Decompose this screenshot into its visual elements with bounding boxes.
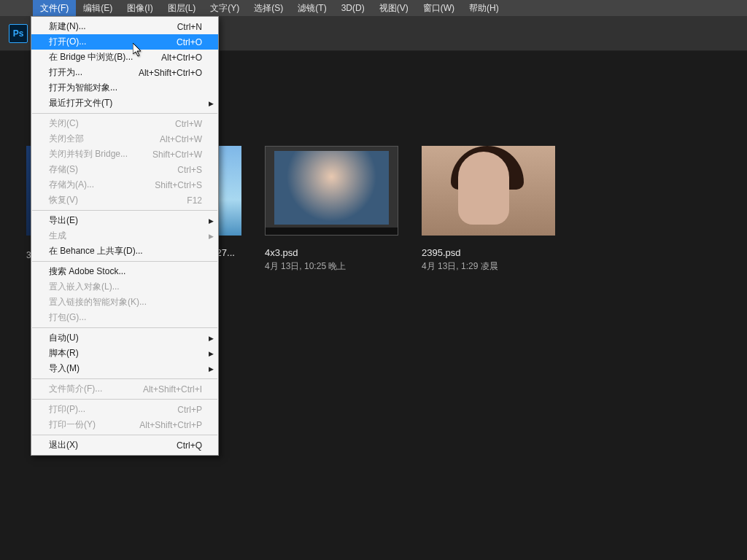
menu-item: 关闭并转到 Bridge...Shift+Ctrl+W	[31, 147, 218, 162]
menu-item: 文件简介(F)...Alt+Shift+Ctrl+I	[31, 381, 218, 397]
menu-item[interactable]: 导入(M)▶	[31, 361, 218, 376]
submenu-arrow-icon: ▶	[209, 233, 214, 240]
menu-item[interactable]: 退出(X)Ctrl+Q	[31, 438, 218, 453]
menu-item: 关闭全部Alt+Ctrl+W	[31, 131, 218, 147]
menu-item-label: 关闭并转到 Bridge...	[49, 148, 152, 160]
menu-item: 关闭(C)Ctrl+W	[31, 116, 218, 131]
menu-layer[interactable]: 图层(L)	[160, 0, 204, 17]
menu-item-shortcut: Alt+Ctrl+O	[161, 52, 202, 63]
menu-item: 打包(G)...	[31, 310, 218, 325]
menu-item-label: 在 Behance 上共享(D)...	[49, 245, 202, 257]
submenu-arrow-icon: ▶	[209, 100, 214, 107]
thumbnail-title: 4x3.psd	[265, 247, 398, 258]
menu-item-label: 新建(N)...	[49, 20, 177, 33]
thumbnail-date: 4月 13日, 1:29 凌晨	[422, 260, 555, 273]
menu-item-label: 在 Bridge 中浏览(B)...	[49, 51, 161, 63]
menubar: 文件(F) 编辑(E) 图像(I) 图层(L) 文字(Y) 选择(S) 滤镜(T…	[0, 0, 747, 16]
menu-item: 存储为(A)...Shift+Ctrl+S	[31, 177, 218, 192]
menu-item: 存储(S)Ctrl+S	[31, 162, 218, 177]
menu-select[interactable]: 选择(S)	[247, 0, 290, 17]
menu-item[interactable]: 在 Behance 上共享(D)...	[31, 244, 218, 259]
menu-separator	[32, 435, 217, 435]
menu-item: 置入嵌入对象(L)...	[31, 279, 218, 295]
menu-item-label: 打包(G)...	[49, 311, 202, 324]
menu-item-label: 打开(O)...	[49, 36, 177, 48]
thumbnail-title: 2395.psd	[422, 247, 555, 258]
menu-image[interactable]: 图像(I)	[120, 0, 160, 17]
menu-item[interactable]: 自动(U)▶	[31, 330, 218, 346]
menu-item-label: 文件简介(F)...	[49, 383, 143, 395]
menu-item[interactable]: 在 Bridge 中浏览(B)...Alt+Ctrl+O	[31, 50, 218, 65]
menu-type[interactable]: 文字(Y)	[203, 0, 247, 17]
menu-item-shortcut: Ctrl+P	[177, 405, 202, 415]
menu-item-label: 关闭全部	[49, 133, 160, 145]
menu-item: 恢复(V)F12	[31, 192, 218, 208]
menu-item-shortcut: Alt+Ctrl+W	[160, 134, 202, 144]
menu-separator	[32, 378, 217, 379]
menu-item-label: 自动(U)	[49, 332, 202, 344]
menu-item-label: 打印(P)...	[49, 403, 177, 416]
recent-file-card[interactable]: 2395.psd 4月 13日, 1:29 凌晨	[422, 146, 555, 273]
submenu-arrow-icon: ▶	[209, 217, 214, 225]
submenu-arrow-icon: ▶	[209, 335, 214, 342]
menu-item-label: 脚本(R)	[49, 347, 202, 359]
menu-item[interactable]: 搜索 Adobe Stock...	[31, 264, 218, 279]
menu-item[interactable]: 打开为智能对象...	[31, 80, 218, 96]
thumbnail-image	[422, 146, 555, 236]
app-logo-icon: Ps	[9, 24, 28, 43]
menu-item-label: 退出(X)	[49, 439, 177, 451]
menu-item-shortcut: F12	[187, 195, 202, 206]
menu-item: 生成▶	[31, 228, 218, 244]
menu-item-shortcut: Shift+Ctrl+W	[152, 149, 202, 160]
menu-item-shortcut: Alt+Shift+Ctrl+O	[139, 68, 202, 78]
menu-item-label: 置入嵌入对象(L)...	[49, 281, 202, 293]
menu-item[interactable]: 新建(N)...Ctrl+N	[31, 19, 218, 34]
menu-file[interactable]: 文件(F)	[33, 0, 76, 17]
submenu-arrow-icon: ▶	[209, 365, 214, 373]
recent-file-card[interactable]: 4x3.psd 4月 13日, 10:25 晚上	[265, 146, 398, 273]
menu-separator	[32, 113, 217, 114]
menu-separator	[32, 327, 217, 328]
menu-item-shortcut: Ctrl+S	[177, 165, 202, 175]
menu-item-label: 生成	[49, 230, 202, 242]
menu-view[interactable]: 视图(V)	[372, 0, 416, 17]
menu-item-shortcut: Ctrl+N	[177, 22, 202, 32]
menu-item[interactable]: 打开为...Alt+Shift+Ctrl+O	[31, 65, 218, 80]
menu-item-shortcut: Alt+Shift+Ctrl+P	[139, 420, 202, 430]
menu-item-label: 搜索 Adobe Stock...	[49, 265, 202, 278]
menu-item-label: 导入(M)	[49, 362, 202, 375]
menu-item-shortcut: Alt+Shift+Ctrl+I	[143, 384, 202, 394]
menu-item-shortcut: Shift+Ctrl+S	[155, 180, 202, 190]
menu-item-label: 导出(E)	[49, 214, 202, 227]
menu-filter[interactable]: 滤镜(T)	[290, 0, 333, 17]
menu-item-label: 存储(S)	[49, 163, 177, 176]
menu-item-shortcut: Ctrl+Q	[177, 440, 202, 451]
menu-item-label: 打开为智能对象...	[49, 82, 202, 94]
menu-item-label: 存储为(A)...	[49, 179, 155, 191]
menu-3d[interactable]: 3D(D)	[334, 1, 372, 15]
thumbnail-image	[265, 146, 398, 236]
menu-item-label: 关闭(C)	[49, 117, 175, 130]
menu-separator	[32, 210, 217, 211]
menu-item-shortcut: Ctrl+W	[175, 119, 202, 129]
menu-item-label: 打印一份(Y)	[49, 419, 139, 431]
menu-item-shortcut: Ctrl+O	[177, 37, 202, 47]
menu-item: 置入链接的智能对象(K)...	[31, 295, 218, 310]
menu-item[interactable]: 最近打开文件(T)▶	[31, 96, 218, 111]
file-menu-dropdown: 新建(N)...Ctrl+N打开(O)...Ctrl+O在 Bridge 中浏览…	[31, 16, 219, 456]
submenu-arrow-icon: ▶	[209, 350, 214, 357]
menu-item: 打印(P)...Ctrl+P	[31, 402, 218, 417]
menu-item[interactable]: 导出(E)▶	[31, 213, 218, 228]
menu-help[interactable]: 帮助(H)	[462, 0, 506, 17]
menu-separator	[32, 399, 217, 400]
thumbnail-date: 4月 13日, 10:25 晚上	[265, 260, 398, 273]
menu-item: 打印一份(Y)Alt+Shift+Ctrl+P	[31, 417, 218, 432]
menu-item-label: 打开为...	[49, 66, 139, 79]
menu-item-label: 恢复(V)	[49, 194, 187, 206]
menu-separator	[32, 261, 217, 262]
menu-item[interactable]: 打开(O)...Ctrl+O	[31, 34, 218, 50]
menu-item[interactable]: 脚本(R)▶	[31, 346, 218, 361]
menu-item-label: 最近打开文件(T)	[49, 97, 202, 109]
menu-edit[interactable]: 编辑(E)	[76, 0, 120, 17]
menu-window[interactable]: 窗口(W)	[416, 0, 462, 17]
